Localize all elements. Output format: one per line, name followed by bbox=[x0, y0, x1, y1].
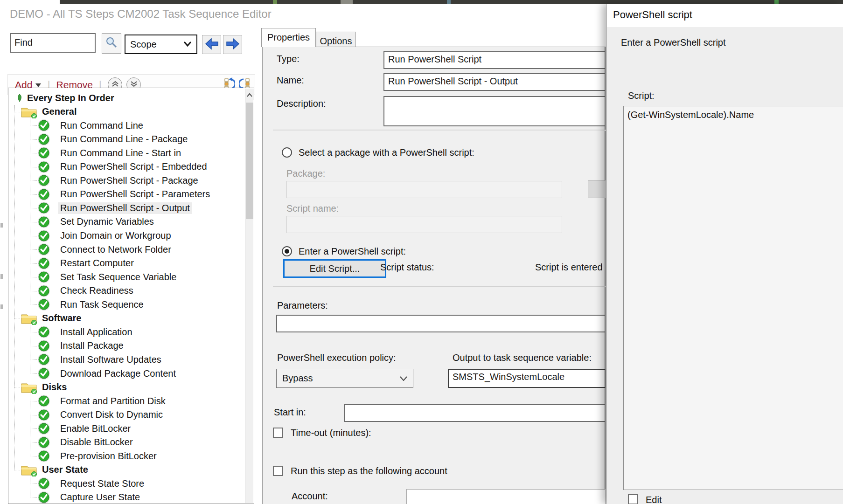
start-in-field[interactable] bbox=[344, 404, 606, 422]
execution-policy-value: Bypass bbox=[282, 373, 400, 384]
tree-step-item[interactable]: Join Domain or Workgroup bbox=[37, 229, 174, 242]
scope-select[interactable]: Scope bbox=[125, 35, 197, 54]
start-in-label: Start in: bbox=[274, 407, 306, 418]
step-success-icon bbox=[37, 188, 50, 201]
separator bbox=[273, 130, 606, 131]
tree-step-item[interactable]: Install Software Updates bbox=[37, 353, 164, 366]
tree-item-label: Disks bbox=[42, 382, 67, 393]
tree-scrollbar[interactable] bbox=[245, 89, 253, 503]
script-label: Script: bbox=[628, 90, 655, 101]
step-success-icon bbox=[37, 201, 50, 214]
find-previous-button[interactable] bbox=[202, 35, 221, 54]
tree-item-label: Run Command Line - Start in bbox=[58, 147, 183, 159]
step-tree: Every Step In OrderGeneralRun Command Li… bbox=[8, 88, 254, 504]
background-speck bbox=[273, 0, 277, 4]
run-as-account-label: Run this step as the following account bbox=[291, 466, 447, 476]
script-status-label: Script status: bbox=[380, 262, 434, 273]
search-button[interactable] bbox=[102, 33, 121, 54]
tree-step-item[interactable]: Set Task Sequence Variable bbox=[37, 270, 179, 283]
tree-step-item[interactable]: Enable BitLocker bbox=[37, 422, 133, 435]
step-success-icon bbox=[37, 449, 50, 463]
step-success-icon bbox=[37, 353, 50, 366]
tree-group-item[interactable]: Software bbox=[21, 312, 81, 325]
tree-step-item[interactable]: Run PowerShell Script - Parameters bbox=[37, 188, 212, 201]
step-success-icon bbox=[37, 298, 50, 311]
tree-item-label: Run PowerShell Script - Package bbox=[58, 175, 201, 186]
tree-step-item[interactable]: Run PowerShell Script - Package bbox=[37, 174, 201, 187]
chevron-down-icon bbox=[400, 374, 407, 383]
edge-artifact bbox=[0, 274, 3, 279]
script-editor[interactable]: (Get-WinSystemLocale).Name bbox=[623, 106, 843, 490]
sequence-root-icon bbox=[17, 94, 22, 102]
step-success-icon bbox=[37, 339, 50, 352]
timeout-checkbox[interactable] bbox=[273, 428, 283, 438]
name-label: Name: bbox=[277, 75, 304, 86]
step-success-icon bbox=[37, 422, 50, 435]
step-success-icon bbox=[37, 408, 50, 421]
tree-step-item[interactable]: Run Command Line - Start in bbox=[37, 146, 183, 159]
tree-item-label: Every Step In Order bbox=[27, 93, 114, 104]
background-strip-dark bbox=[60, 0, 843, 4]
tree-group-item[interactable]: General bbox=[21, 105, 77, 118]
edit-script-button[interactable]: Edit Script... bbox=[283, 259, 386, 278]
tree-step-item[interactable]: Download Package Content bbox=[37, 367, 178, 380]
enter-script-radio[interactable] bbox=[282, 246, 292, 256]
scroll-thumb[interactable] bbox=[246, 103, 253, 219]
name-field[interactable]: Run PowerShell Script - Output bbox=[383, 73, 606, 91]
parameters-field[interactable] bbox=[276, 315, 606, 332]
tree-group-item[interactable]: User State bbox=[21, 463, 88, 476]
tree-step-item[interactable]: Disable BitLocker bbox=[37, 436, 135, 449]
step-success-icon bbox=[37, 119, 50, 132]
description-field[interactable] bbox=[383, 96, 606, 126]
step-success-icon bbox=[37, 491, 50, 504]
output-variable-field[interactable]: SMSTS_WinSystemLocale bbox=[448, 369, 606, 388]
tree-step-item[interactable]: Format and Partition Disk bbox=[37, 394, 168, 407]
run-as-account-checkbox[interactable] bbox=[273, 466, 283, 476]
select-package-radio[interactable] bbox=[282, 147, 292, 158]
chevron-down-icon bbox=[183, 40, 192, 48]
folder-icon bbox=[21, 312, 38, 325]
step-success-icon bbox=[37, 422, 50, 435]
find-next-button[interactable] bbox=[223, 35, 242, 54]
edit-checkbox[interactable] bbox=[628, 494, 638, 504]
tree-step-item[interactable]: Check Readiness bbox=[37, 284, 136, 297]
tree-step-item[interactable]: Restart Computer bbox=[37, 257, 136, 270]
tree-step-item[interactable]: Connect to Network Folder bbox=[37, 243, 174, 256]
tree-group-item[interactable]: Disks bbox=[21, 381, 67, 394]
tree-step-item[interactable]: Request State Store bbox=[37, 477, 146, 490]
tree-step-item[interactable]: Run PowerShell Script - Embedded bbox=[37, 160, 209, 173]
dialog-title: PowerShell script bbox=[613, 9, 692, 21]
tree-step-item[interactable]: Convert Disk to Dynamic bbox=[37, 408, 165, 421]
find-input[interactable]: Find bbox=[10, 33, 96, 53]
enter-script-radio-label: Enter a PowerShell script: bbox=[299, 246, 406, 257]
tree-step-item[interactable]: Set Dynamic Variables bbox=[37, 215, 156, 228]
tree-item-label: Run Command Line bbox=[58, 120, 146, 131]
tree-step-item[interactable]: Install Application bbox=[37, 325, 135, 338]
execution-policy-label: PowerShell execution policy: bbox=[277, 352, 396, 363]
step-success-icon bbox=[37, 160, 50, 173]
step-success-icon bbox=[37, 449, 50, 463]
tree-step-item[interactable]: Pre-provision BitLocker bbox=[37, 449, 159, 463]
timeout-label: Time-out (minutes): bbox=[291, 428, 371, 438]
tree-item-label: Run PowerShell Script - Embedded bbox=[58, 161, 209, 173]
step-success-icon bbox=[37, 367, 50, 380]
tree-item-label: Install Application bbox=[58, 326, 135, 338]
tree-step-item[interactable]: Install Package bbox=[37, 339, 126, 352]
tree-root-item[interactable]: Every Step In Order bbox=[17, 91, 114, 104]
tree-step-item[interactable]: Run Command Line - Package bbox=[37, 133, 190, 146]
type-field[interactable]: Run PowerShell Script bbox=[383, 51, 606, 69]
tree-step-item[interactable]: Run Command Line bbox=[37, 119, 146, 132]
tree-item-label: Run Task Sequence bbox=[58, 299, 146, 311]
tree-step-item[interactable]: Capture User State bbox=[37, 491, 142, 504]
browse-package-button[interactable] bbox=[588, 180, 606, 198]
tree-step-item[interactable]: Run PowerShell Script - Output bbox=[37, 201, 192, 214]
tab-options[interactable]: Options bbox=[316, 32, 356, 47]
scroll-up-button[interactable] bbox=[245, 89, 254, 100]
tab-properties[interactable]: Properties bbox=[261, 28, 316, 47]
tree-step-item[interactable]: Run Task Sequence bbox=[37, 298, 146, 311]
execution-policy-select[interactable]: Bypass bbox=[276, 369, 413, 388]
sequence-root-icon bbox=[17, 94, 22, 102]
tree-item-label: Run PowerShell Script - Parameters bbox=[58, 188, 212, 200]
output-variable-label: Output to task sequence variable: bbox=[453, 352, 592, 363]
step-success-icon bbox=[37, 270, 50, 283]
